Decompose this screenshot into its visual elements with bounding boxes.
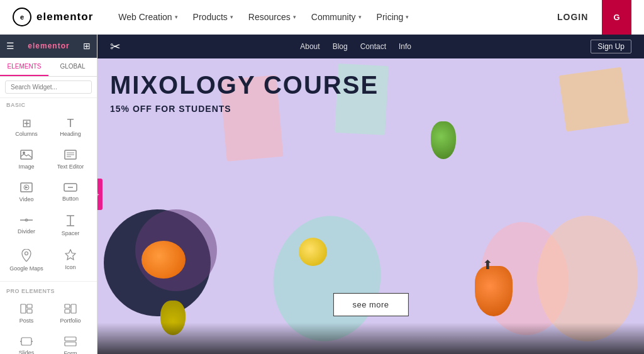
get-started-button[interactable]: G (602, 0, 631, 35)
inner-nav-signup[interactable]: Sign Up (591, 40, 631, 53)
widget-posts-label: Posts (19, 318, 34, 324)
svg-rect-28 (65, 342, 76, 346)
widget-image[interactable]: Image (5, 144, 48, 175)
search-box (0, 77, 97, 98)
widget-image-label: Image (18, 163, 34, 170)
svg-rect-20 (27, 309, 32, 313)
widget-form-label: Form (64, 350, 77, 354)
widget-columns-label: Columns (15, 131, 38, 137)
tab-elements[interactable]: ELEMENTS (0, 58, 48, 76)
nav-item-pricing[interactable]: Pricing ▾ (370, 8, 416, 26)
bottom-fade (97, 323, 644, 354)
cursor: ⬆ (482, 257, 493, 272)
nav-item-web-creation[interactable]: Web Creation ▾ (112, 8, 184, 26)
svg-marker-8 (25, 186, 28, 189)
widget-spacer[interactable]: Spacer (49, 209, 92, 242)
widget-video[interactable]: Video (5, 177, 48, 208)
widget-columns[interactable]: ⊞ Columns (5, 112, 48, 143)
pro-section-label: PRO ELEMENTS (0, 284, 97, 297)
inner-nav-links: About Blog Contact Info (300, 42, 411, 51)
lemon-fruit (299, 238, 327, 266)
preview-title: MIXOLOGY COURSE (110, 71, 379, 99)
spacer-icon (65, 215, 75, 228)
elementor-logo-text: elementor (36, 11, 93, 23)
basic-section-label: BASIC (0, 98, 97, 111)
svg-rect-21 (65, 304, 70, 308)
chevron-down-icon: ▾ (358, 14, 362, 20)
widget-grid-basic: ⊞ Columns T Heading Image (0, 111, 97, 279)
chevron-down-icon: ▾ (406, 14, 409, 20)
sidebar: ☰ elementor ⊞ ELEMENTS GLOBAL BASIC ⊞ Co… (0, 35, 97, 354)
inner-logo: ✂ (110, 39, 121, 54)
widget-grid-pro: Posts Portfolio (0, 297, 97, 354)
see-more-button[interactable]: see more (333, 293, 408, 316)
elementor-logo-icon: e (13, 8, 31, 26)
inner-nav-about[interactable]: About (300, 42, 319, 51)
svg-rect-0 (21, 150, 32, 159)
inner-nav-info[interactable]: Info (399, 42, 411, 51)
login-button[interactable]: LOGIN (550, 8, 596, 26)
preview-content: MIXOLOGY COURSE 15% OFF FOR STUDENTS see… (97, 58, 644, 354)
inner-nav-contact[interactable]: Contact (360, 42, 386, 51)
google-maps-icon (21, 249, 31, 263)
widget-slides[interactable]: Slides (5, 331, 48, 354)
main-nav: Web Creation ▾ Products ▾ Resources ▾ Co… (112, 8, 550, 26)
orange-rect-shape (558, 67, 629, 131)
text-editor-icon (64, 150, 77, 162)
widget-portfolio[interactable]: Portfolio (49, 298, 92, 329)
svg-rect-22 (71, 304, 76, 313)
svg-rect-24 (21, 338, 31, 345)
widget-google-maps-label: Google Maps (9, 265, 43, 272)
widget-divider[interactable]: Divider (5, 209, 48, 242)
widget-slides-label: Slides (19, 350, 35, 354)
sidebar-logo: elementor (28, 41, 69, 50)
svg-rect-18 (21, 304, 26, 313)
sidebar-tabs: ELEMENTS GLOBAL (0, 58, 97, 77)
add-element-handle[interactable]: + (97, 179, 103, 210)
widget-text-editor[interactable]: Text Editor (49, 144, 92, 175)
orange-fruit (142, 241, 186, 279)
inner-nav-blog[interactable]: Blog (333, 42, 348, 51)
nav-right: LOGIN G (550, 0, 631, 35)
widget-button[interactable]: Button (49, 177, 92, 208)
section-divider (0, 281, 97, 282)
widget-button-label: Button (62, 196, 79, 202)
widget-text-editor-label: Text Editor (57, 163, 84, 170)
search-input[interactable] (5, 80, 92, 94)
image-icon (20, 150, 33, 162)
widget-portfolio-label: Portfolio (60, 318, 80, 324)
widget-form[interactable]: Form (49, 331, 92, 354)
portfolio-icon (64, 304, 77, 316)
preview-subtitle: 15% OFF FOR STUDENTS (110, 104, 379, 114)
form-icon (64, 336, 77, 348)
nav-item-community[interactable]: Community ▾ (305, 8, 368, 26)
divider-icon (19, 215, 33, 226)
widget-posts[interactable]: Posts (5, 298, 48, 329)
widget-heading-label: Heading (60, 131, 81, 137)
top-navigation: e elementor Web Creation ▾ Products ▾ Re… (0, 0, 644, 35)
svg-point-16 (25, 252, 28, 255)
logo-area[interactable]: e elementor (13, 8, 93, 26)
posts-icon (20, 304, 33, 316)
svg-marker-17 (65, 250, 75, 260)
hamburger-icon[interactable]: ☰ (6, 41, 14, 51)
nav-item-resources[interactable]: Resources ▾ (242, 8, 303, 26)
chevron-down-icon: ▾ (230, 14, 233, 20)
heading-icon: T (67, 118, 74, 129)
sidebar-header: ☰ elementor ⊞ (0, 35, 97, 58)
icon-widget-icon (65, 249, 76, 262)
avocado-fruit (431, 121, 456, 159)
tab-global[interactable]: GLOBAL (48, 58, 97, 76)
nav-item-products[interactable]: Products ▾ (187, 8, 240, 26)
sidebar-section-basic: BASIC ⊞ Columns T Heading (0, 98, 97, 354)
editor-area: + ✂ About Blog Contact Info Sign Up (97, 35, 644, 354)
widget-heading[interactable]: T Heading (49, 112, 92, 143)
widget-icon[interactable]: Icon (49, 243, 92, 277)
widget-google-maps[interactable]: Google Maps (5, 243, 48, 277)
chevron-down-icon: ▾ (175, 14, 178, 20)
grid-icon[interactable]: ⊞ (83, 41, 91, 51)
video-icon (20, 182, 33, 194)
papaya-fruit (475, 266, 513, 316)
widget-icon-label: Icon (65, 264, 75, 270)
main-area: ☰ elementor ⊞ ELEMENTS GLOBAL BASIC ⊞ Co… (0, 35, 644, 354)
